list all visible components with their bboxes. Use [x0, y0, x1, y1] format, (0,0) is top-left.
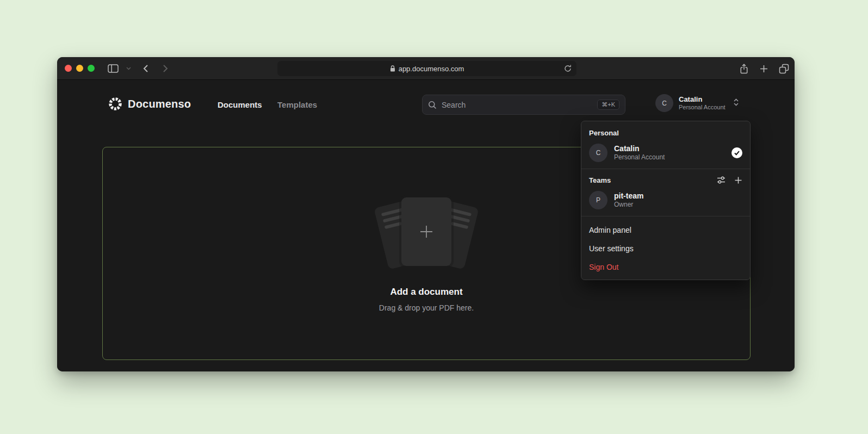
chevron-up-down-icon — [733, 98, 739, 109]
sidebar-toggle-icon[interactable] — [106, 57, 120, 80]
browser-window: app.documenso.com — [57, 57, 795, 371]
share-icon[interactable] — [737, 57, 751, 80]
personal-account-item[interactable]: C Catalin Personal Account — [581, 141, 750, 168]
lock-icon — [390, 65, 395, 72]
menu-divider — [581, 169, 750, 169]
nav-templates[interactable]: Templates — [277, 100, 317, 109]
personal-item-name: Catalin — [614, 144, 725, 153]
search-shortcut-badge: ⌘+K — [597, 100, 619, 110]
avatar: C — [589, 144, 607, 162]
tab-overview-icon[interactable] — [777, 57, 791, 80]
browser-toolbar: app.documenso.com — [57, 57, 795, 80]
illustration-card-center — [401, 197, 451, 266]
address-bar[interactable]: app.documenso.com — [277, 61, 576, 76]
document-stack-illustration — [367, 195, 486, 271]
forward-button-icon[interactable] — [159, 57, 171, 80]
new-tab-plus-icon[interactable] — [757, 57, 770, 80]
brand-name: Documenso — [128, 98, 191, 110]
team-item[interactable]: P pit-team Owner — [581, 189, 750, 215]
teams-section-header: Teams — [581, 173, 750, 189]
sidebar-chevron-down-icon[interactable] — [125, 57, 132, 80]
account-dropdown-menu: Personal C Catalin Personal Account Team… — [581, 121, 751, 280]
teams-section-label: Teams — [589, 176, 708, 184]
team-settings-icon[interactable] — [717, 176, 726, 184]
url-text: app.documenso.com — [399, 65, 464, 73]
menu-item-sign-out[interactable]: Sign Out — [581, 258, 750, 276]
add-team-plus-icon[interactable] — [734, 176, 742, 184]
documenso-seal-icon — [108, 97, 122, 111]
dropzone-subtitle: Drag & drop your PDF here. — [379, 303, 474, 312]
plus-icon — [418, 224, 435, 240]
reload-icon[interactable] — [564, 64, 572, 74]
selected-check-icon — [731, 147, 742, 158]
account-name: Catalin — [679, 95, 726, 104]
nav-documents[interactable]: Documents — [218, 100, 262, 109]
search-icon — [428, 101, 437, 109]
dropzone-title: Add a document — [390, 287, 462, 297]
personal-section-label: Personal — [581, 127, 750, 141]
back-button-icon[interactable] — [140, 57, 152, 80]
search-placeholder: Search — [442, 101, 592, 109]
menu-divider — [581, 216, 750, 216]
window-zoom-button[interactable] — [88, 65, 95, 72]
personal-item-type: Personal Account — [614, 153, 725, 162]
menu-item-admin-panel[interactable]: Admin panel — [581, 221, 750, 239]
window-close-button[interactable] — [65, 65, 72, 72]
search-input[interactable]: Search ⌘+K — [422, 95, 625, 115]
account-type: Personal Account — [679, 104, 726, 111]
menu-item-user-settings[interactable]: User settings — [581, 239, 750, 258]
brand-logo[interactable]: Documenso — [108, 97, 191, 111]
team-avatar: P — [589, 191, 607, 209]
page-content: Documenso Documents Templates Search ⌘+K… — [57, 80, 795, 371]
account-menu-trigger[interactable]: C Catalin Personal Account — [655, 94, 739, 112]
avatar: C — [655, 94, 673, 112]
team-name: pit-team — [614, 191, 742, 201]
team-role: Owner — [614, 201, 742, 209]
window-minimize-button[interactable] — [76, 65, 83, 72]
